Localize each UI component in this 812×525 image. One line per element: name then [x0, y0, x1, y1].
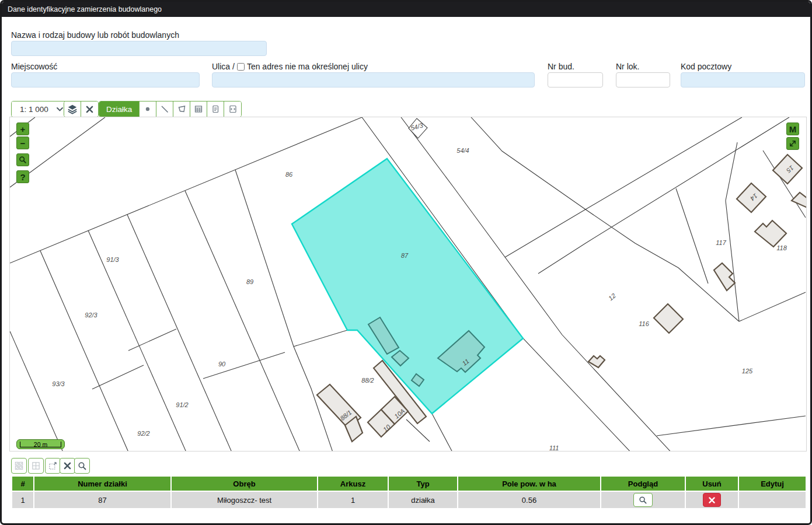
no-street-checkbox-label: Ten adres nie ma określonej ulicy	[247, 62, 368, 71]
parcel-label: 116	[639, 320, 649, 327]
line-tool-icon[interactable]	[156, 102, 173, 117]
table-row: 1 87 Miłogoszcz- test 1 działka 0.56	[12, 492, 806, 508]
name-input[interactable]	[11, 41, 267, 56]
parcel-label: 117	[716, 239, 726, 246]
point-tool-icon[interactable]	[140, 102, 156, 117]
parcel-label: 91/2	[176, 401, 188, 408]
code-file-icon[interactable]	[224, 102, 241, 117]
zoom-in-button[interactable]: +	[16, 123, 29, 135]
table-header-row: # Numer działki Obręb Arkusz Typ Pole po…	[12, 477, 806, 491]
document-icon[interactable]	[207, 102, 224, 117]
row-edit-cell	[739, 492, 806, 508]
street-input[interactable]	[212, 72, 535, 88]
parcel-label: 12	[607, 292, 617, 302]
panel-title: Dane identyfikacyjne zamierzenia budowla…	[2, 2, 810, 17]
col-delete: Usuń	[686, 477, 738, 491]
row-area: 0.56	[458, 492, 600, 508]
street-label-text: Ulica /	[212, 62, 235, 71]
parcel-label: 88/2	[361, 377, 374, 384]
city-input[interactable]	[11, 72, 200, 88]
no-street-checkbox[interactable]	[237, 63, 245, 71]
col-obreb: Obręb	[172, 477, 317, 491]
postal-code-input[interactable]	[681, 72, 805, 88]
scale-select-value: 1: 1 000	[20, 105, 48, 114]
zoom-box-button[interactable]	[16, 153, 29, 166]
col-index: #	[12, 477, 33, 491]
parcel-label: 92/2	[137, 430, 149, 437]
select-all-rows-button[interactable]	[11, 458, 27, 474]
expand-icon	[789, 139, 797, 148]
selected-parcel-87[interactable]	[292, 159, 523, 414]
col-parcel-number: Numer działki	[34, 477, 170, 491]
search-table-button[interactable]	[74, 458, 90, 474]
layers-icon[interactable]	[64, 102, 81, 117]
scale-select[interactable]: 1: 1 000	[12, 102, 68, 117]
parcel-label: 92/3	[85, 312, 97, 318]
attribute-table-icon[interactable]	[190, 102, 207, 117]
parcel-label: 89	[246, 278, 253, 285]
fullscreen-button[interactable]	[786, 137, 799, 150]
help-button[interactable]: ?	[16, 170, 29, 183]
parcel-label: 125	[742, 368, 753, 374]
postal-code-label: Kod pocztowy	[681, 62, 731, 71]
parcel-label: 93/3	[52, 380, 65, 387]
preview-button[interactable]	[633, 493, 653, 507]
panel-dane-identyfikacyjne: Dane identyfikacyjne zamierzenia budowla…	[0, 0, 812, 525]
polygon-tool-icon[interactable]	[173, 102, 190, 117]
close-icon	[708, 496, 716, 504]
window-grid-icon	[31, 461, 41, 471]
grid-view-button[interactable]	[28, 458, 44, 474]
map-canvas[interactable]: 54/354/48691/38992/3879093/391/292/288/2…	[10, 117, 807, 452]
checkbox-grid-icon	[14, 461, 24, 471]
city-label: Miejscowość	[11, 62, 57, 71]
row-index: 1	[12, 492, 33, 508]
search-icon	[78, 461, 87, 471]
row-obreb: Miłogoszcz- test	[172, 492, 317, 508]
select-extent-button[interactable]	[45, 458, 61, 474]
col-preview: Podgląd	[601, 477, 685, 491]
draw-tools-group: Działka	[99, 101, 242, 117]
row-arkusz: 1	[318, 492, 388, 508]
row-parcel-number: 87	[34, 492, 170, 508]
building-no-input[interactable]	[548, 72, 603, 88]
clear-table-button[interactable]	[60, 458, 75, 474]
row-typ: działka	[389, 492, 457, 508]
building-no-label: Nr bud.	[548, 62, 574, 71]
cadastral-map[interactable]: 54/354/48691/38992/3879093/391/292/288/2…	[9, 117, 807, 452]
unit-no-label: Nr lok.	[616, 62, 639, 71]
map-scale-bar: 20 m	[16, 439, 65, 449]
parcel-label: 90	[218, 360, 226, 368]
parcel-label: 91/3	[106, 256, 119, 263]
parcels-table: # Numer działki Obręb Arkusz Typ Pole po…	[11, 475, 807, 509]
delete-button[interactable]	[703, 493, 721, 507]
measure-button[interactable]: M	[786, 123, 799, 135]
close-icon	[63, 461, 72, 470]
col-typ: Typ	[389, 477, 457, 491]
parcel-label: 87	[401, 252, 409, 259]
dzialka-button[interactable]: Działka	[99, 102, 140, 117]
col-edit: Edytuj	[739, 477, 806, 491]
chevron-down-icon	[57, 107, 63, 111]
zoom-out-button[interactable]: −	[16, 136, 29, 149]
col-area: Pole pow. w ha	[458, 477, 600, 491]
parcel-label: 54/4	[456, 147, 469, 154]
clear-selection-icon[interactable]	[81, 102, 98, 117]
name-label: Nazwa i rodzaj budowy lub robót budowlan…	[11, 30, 179, 40]
scale-bar-label: 20 m	[34, 441, 47, 448]
unit-no-input[interactable]	[616, 72, 670, 88]
dashed-extent-icon	[48, 461, 58, 471]
col-arkusz: Arkusz	[318, 477, 388, 491]
street-label: Ulica /Ten adres nie ma określonej ulicy	[212, 62, 368, 71]
magnifier-icon	[19, 156, 27, 164]
scale-select-group: 1: 1 000	[11, 101, 69, 117]
parcel-label: 86	[285, 171, 293, 178]
layers-group	[64, 101, 99, 117]
parcel-label: 118	[776, 244, 787, 251]
magnifier-icon	[639, 496, 647, 505]
parcel-label: 111	[549, 444, 559, 452]
